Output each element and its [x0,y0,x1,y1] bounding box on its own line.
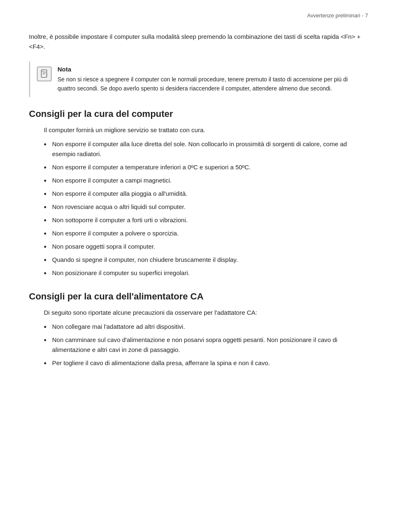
list-item: Non esporre il computer a temperature in… [44,162,368,172]
section2-heading: Consigli per la cura dell'alimentatore C… [29,291,368,302]
page-header: Avvertenze preliminari - 7 [29,12,368,20]
list-item: Non posare oggetti sopra il computer. [44,242,368,252]
list-item: Non collegare mai l'adattatore ad altri … [44,322,368,332]
list-item: Non sottoporre il computer a forti urti … [44,215,368,225]
list-item: Non esporre il computer a polvere o spor… [44,228,368,238]
section1-heading: Consigli per la cura del computer [29,109,368,119]
section1-intro: Il computer fornirà un migliore servizio… [44,125,368,135]
list-item: Non posizionare il computer su superfici… [44,268,368,278]
list-item: Per togliere il cavo di alimentazione da… [44,358,368,368]
note-text-2: Se dopo averlo spento si desidera riacce… [100,85,332,92]
note-text: Se non si riesce a spegnere il computer … [57,75,361,93]
section2-intro: Di seguito sono riportate alcune precauz… [44,308,368,318]
note-title: Nota [57,66,361,73]
list-item: Non esporre il computer a campi magnetic… [44,176,368,185]
svg-point-4 [41,70,43,71]
note-icon [37,66,52,81]
section1-bullet-list: Non esporre il computer alla luce dirett… [44,139,368,278]
section2-bullet-list: Non collegare mai l'adattatore ad altri … [44,322,368,368]
list-item: Quando si spegne il computer, non chiude… [44,255,368,265]
note-content: Nota Se non si riesce a spegnere il comp… [57,66,361,93]
note-box: Nota Se non si riesce a spegnere il comp… [29,62,368,97]
list-item: Non camminare sul cavo d'alimentazione e… [44,335,368,355]
list-item: Non esporre il computer alla pioggia o a… [44,189,368,199]
list-item: Non esporre il computer alla luce dirett… [44,139,368,159]
intro-paragraph: Inoltre, è possibile impostare il comput… [29,32,368,52]
page: Avvertenze preliminari - 7 Inoltre, è po… [0,0,397,532]
page-header-text: Avvertenze preliminari - 7 [307,12,368,19]
list-item: Non rovesciare acqua o altri liquidi sul… [44,202,368,212]
